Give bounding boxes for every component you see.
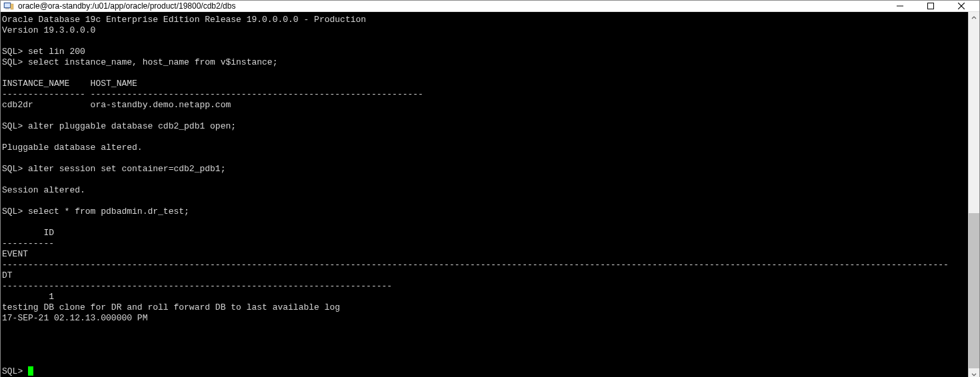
maximize-icon	[927, 3, 934, 9]
prompt-line[interactable]: SQL>	[2, 366, 967, 377]
terminal-area: Oracle Database 19c Enterprise Edition R…	[1, 12, 979, 377]
scroll-up-button[interactable]	[969, 12, 979, 23]
putty-icon	[3, 1, 14, 11]
terminal-output[interactable]: Oracle Database 19c Enterprise Edition R…	[1, 12, 968, 377]
close-button[interactable]	[946, 1, 977, 11]
close-icon	[958, 3, 965, 9]
sql-prompt: SQL>	[2, 366, 28, 376]
terminal-cursor	[28, 366, 33, 376]
app-window: oracle@ora-standby:/u01/app/oracle/produ…	[0, 0, 980, 377]
minimize-button[interactable]	[885, 1, 915, 11]
chevron-up-icon	[971, 15, 977, 21]
svg-rect-2	[11, 4, 13, 9]
svg-rect-1	[5, 3, 10, 7]
minimize-icon	[897, 3, 903, 9]
title-bar: oracle@ora-standby:/u01/app/oracle/produ…	[1, 1, 979, 12]
vertical-scrollbar[interactable]	[968, 12, 979, 377]
svg-rect-5	[928, 3, 934, 9]
window-title: oracle@ora-standby:/u01/app/oracle/produ…	[18, 1, 885, 11]
scroll-down-button[interactable]	[969, 368, 979, 377]
scroll-thumb[interactable]	[969, 213, 979, 368]
scroll-track[interactable]	[969, 23, 979, 368]
window-controls	[885, 1, 977, 11]
maximize-button[interactable]	[915, 1, 946, 11]
chevron-down-icon	[971, 372, 977, 377]
